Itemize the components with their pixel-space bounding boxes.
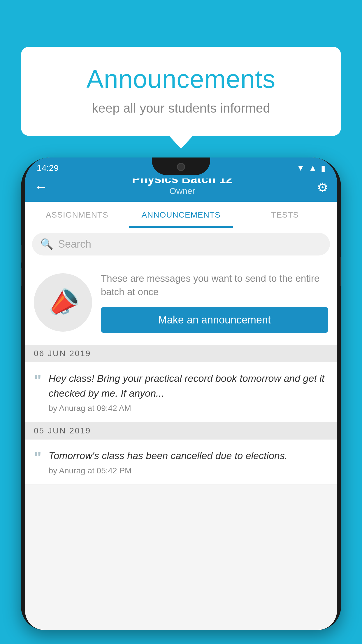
status-icons: ▼ ▲ ▮ [297, 163, 325, 173]
announcement-text-1: Hey class! Bring your practical record b… [49, 371, 328, 401]
announcement-meta-2: by Anurag at 05:42 PM [49, 466, 328, 475]
announcement-content-2: Tomorrow's class has been cancelled due … [49, 448, 328, 475]
search-box[interactable]: 🔍 Search [32, 233, 330, 256]
bubble-subtitle: keep all your students informed [44, 101, 318, 116]
screen-content: 14:29 ▼ ▲ ▮ ← Physics Batch 12 Owner ⚙ [25, 158, 337, 630]
make-announcement-button[interactable]: Make an announcement [101, 307, 328, 333]
announcement-meta-1: by Anurag at 09:42 AM [49, 404, 328, 413]
cta-section: 📣 These are messages you want to send to… [25, 260, 337, 345]
wifi-icon: ▼ [297, 163, 305, 173]
bubble-title: Announcements [44, 64, 318, 94]
cta-description: These are messages you want to send to t… [101, 272, 328, 299]
phone-frame: 14:29 ▼ ▲ ▮ ← Physics Batch 12 Owner ⚙ [21, 158, 341, 630]
megaphone-icon-circle: 📣 [34, 273, 92, 332]
front-camera [177, 163, 185, 171]
speech-bubble-section: Announcements keep all your students inf… [21, 47, 341, 136]
speech-bubble-card: Announcements keep all your students inf… [21, 47, 341, 136]
phone-notch [152, 158, 210, 175]
announcement-text-2: Tomorrow's class has been cancelled due … [49, 448, 328, 463]
search-placeholder: Search [58, 238, 91, 250]
signal-icon: ▲ [309, 163, 317, 173]
date-separator-2: 05 JUN 2019 [25, 422, 337, 440]
app-bar-subtitle: Owner [48, 186, 317, 196]
volume-down-button [21, 268, 22, 286]
date-label-2: 05 JUN 2019 [34, 426, 91, 435]
tab-tests[interactable]: TESTS [233, 202, 337, 228]
date-label-1: 06 JUN 2019 [34, 349, 91, 358]
status-time: 14:29 [37, 163, 59, 173]
back-button[interactable]: ← [34, 179, 48, 195]
search-container: 🔍 Search [25, 228, 337, 260]
announcement-content-1: Hey class! Bring your practical record b… [49, 371, 328, 413]
tab-assignments[interactable]: ASSIGNMENTS [25, 202, 129, 228]
quote-icon-2: " [34, 449, 42, 466]
cta-right: These are messages you want to send to t… [101, 272, 328, 333]
announcement-item-1[interactable]: " Hey class! Bring your practical record… [25, 362, 337, 422]
date-separator-1: 06 JUN 2019 [25, 345, 337, 362]
quote-icon-1: " [34, 372, 42, 388]
search-icon: 🔍 [40, 238, 53, 250]
settings-icon[interactable]: ⚙ [317, 180, 328, 195]
announcement-item-2[interactable]: " Tomorrow's class has been cancelled du… [25, 440, 337, 484]
phone-wrapper: 14:29 ▼ ▲ ▮ ← Physics Batch 12 Owner ⚙ [21, 158, 341, 644]
megaphone-icon: 📣 [42, 283, 83, 323]
power-button [340, 257, 341, 286]
battery-icon: ▮ [321, 163, 325, 173]
tab-bar: ASSIGNMENTS ANNOUNCEMENTS TESTS [25, 202, 337, 228]
volume-up-button [21, 245, 22, 262]
tab-announcements[interactable]: ANNOUNCEMENTS [129, 202, 233, 228]
